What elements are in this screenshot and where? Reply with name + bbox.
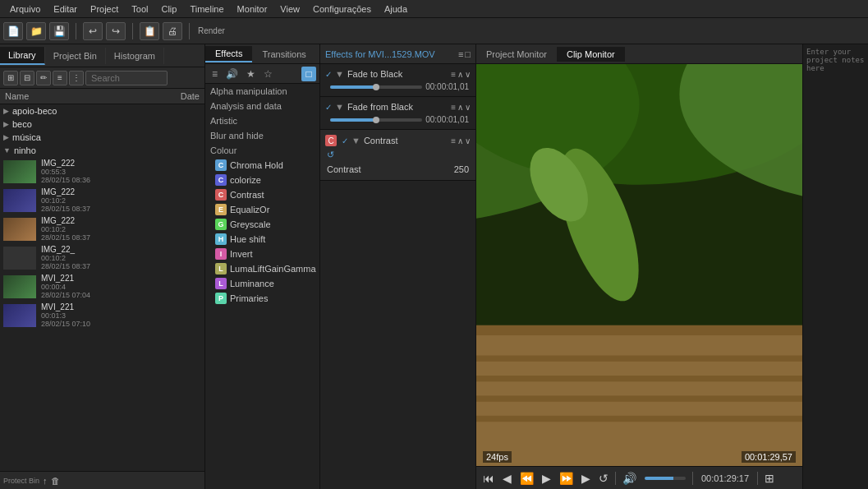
menu-clip[interactable]: Clip [154,2,183,16]
effect-equalizor[interactable]: E EqualizOr [205,202,319,217]
save-button[interactable]: 💾 [49,22,69,40]
svg-rect-11 [476,416,802,422]
list-item[interactable]: IMG_222 00:55:3 28/02/15 08:36 [0,157,204,186]
svg-rect-10 [476,395,802,401]
effect-settings-menu-btn[interactable]: ≡ [458,49,463,59]
chevron-up-icon: ∧ [457,103,463,112]
copy-button[interactable]: 📋 [140,22,159,40]
folder-ninho[interactable]: ▼ ninho [0,144,204,157]
list-item[interactable]: IMG_222 00:10:2 28/02/15 08:37 [0,215,204,243]
rewind-button[interactable]: ⏪ [517,470,537,487]
menu-timeline[interactable]: Timeline [183,2,230,16]
view-list-button[interactable]: ⊟ [20,71,34,85]
effect-colorize[interactable]: C colorize [205,173,319,187]
effect-invert[interactable]: I Invert [205,247,319,261]
effect-name: colorize [230,175,261,185]
settings-icon[interactable]: ≡ [451,103,456,112]
play-button[interactable]: ▶ [539,470,554,487]
category-analysis[interactable]: Analysis and data [205,99,319,113]
file-duration: 00:01:3 [41,311,90,320]
effect-contrast[interactable]: C Contrast [205,187,319,202]
folder-beco[interactable]: ▶ beco [0,118,204,131]
effect-chroma-hold[interactable]: C Chroma Hold [205,158,319,173]
menu-tool[interactable]: Tool [125,2,154,16]
eff-menu-btn[interactable]: ≡ [209,67,221,81]
folder-apoio-beco[interactable]: ▶ apoio-beco [0,104,204,118]
effect-name: Luminance [230,279,274,288]
fade-from-black-slider[interactable] [330,118,422,122]
search-input[interactable] [85,71,168,85]
contrast-reset-icon[interactable]: ↺ [327,150,334,159]
category-blur[interactable]: Blur and hide [205,128,319,143]
menu-monitor[interactable]: Monitor [231,2,274,16]
eff-audio-btn[interactable]: 🔊 [223,67,241,81]
redo-button[interactable]: ↪ [106,22,126,40]
eff-box-btn[interactable]: □ [301,67,316,81]
preview-image [476,64,802,466]
loop-button[interactable]: ↺ [595,470,612,487]
category-artistic[interactable]: Artistic [205,113,319,128]
new-button[interactable]: 📄 [3,22,23,40]
eff-star-btn[interactable]: ☆ [260,67,276,81]
fast-forward-button[interactable]: ⏩ [556,470,576,487]
effect-luminance[interactable]: L Luminance [205,276,319,291]
prev-frame-button[interactable]: ◀ [499,470,515,487]
list-item[interactable]: MVI_221 00:00:4 28/02/15 07:04 [0,272,204,301]
undo-button[interactable]: ↩ [83,22,103,40]
folder-musica[interactable]: ▶ música [0,131,204,144]
list-item[interactable]: IMG_22_ 00:10:2 28/02/15 08:37 [0,243,204,272]
tab-histogram[interactable]: Histogram [106,48,164,64]
eff-fav-btn[interactable]: ★ [243,67,259,81]
skip-back-button[interactable]: ⏮ [480,470,498,487]
settings-icon[interactable]: ≡ [451,136,456,145]
menu-button[interactable]: ≡ [53,71,67,85]
volume-slider[interactable] [645,477,686,480]
tab-library[interactable]: Library [0,47,45,65]
tab-effects[interactable]: Effects [205,46,252,62]
equalizor-icon: E [215,204,227,215]
enable-toggle[interactable]: ✓ [325,103,332,112]
effect-lumalift[interactable]: L LumaLiftGainGamma [205,261,319,276]
tab-project-monitor[interactable]: Project Monitor [476,47,557,62]
menu-editar[interactable]: Editar [47,2,84,16]
effect-greyscale[interactable]: G Greyscale [205,217,319,232]
next-frame-button[interactable]: ▶ [578,470,594,487]
category-colour[interactable]: Colour [205,143,319,158]
tab-clip-monitor[interactable]: Clip Monitor [557,47,625,62]
effect-settings-close-btn[interactable]: □ [465,49,471,59]
notes-textarea[interactable] [806,48,865,486]
edit-button[interactable]: ✏ [36,71,51,85]
list-item[interactable]: IMG_222 00:10:2 28/02/15 08:37 [0,186,204,215]
file-name: IMG_22_ [41,245,90,254]
toolbar: 📄 📁 💾 ↩ ↪ 📋 🖨 Render [0,18,868,44]
fade-to-black-slider[interactable] [330,85,422,89]
more-button[interactable]: ⋮ [69,71,84,85]
enable-toggle[interactable]: ✓ [342,136,348,145]
menu-arquivo[interactable]: Arquivo [3,2,47,16]
enable-toggle[interactable]: ✓ [325,70,332,79]
up-button[interactable]: ↑ [43,476,48,486]
view-grid-button[interactable]: ⊞ [3,71,18,85]
menu-configuracoes[interactable]: Configurações [306,2,378,16]
fullscreen-button[interactable]: ⊞ [761,470,778,487]
delete-button[interactable]: 🗑 [51,476,60,486]
contrast-letter-icon: C [325,135,337,146]
menu-ajuda[interactable]: Ajuda [378,2,414,16]
volume-button[interactable]: 🔊 [619,470,640,487]
open-button[interactable]: 📁 [26,22,46,40]
tab-project-bin[interactable]: Project Bin [45,48,106,64]
settings-icon[interactable]: ≡ [451,70,456,79]
contrast-reset-row: ↺ [320,148,475,162]
category-alpha[interactable]: Alpha manipulation [205,84,319,99]
effect-hue-shift[interactable]: H Hue shift [205,232,319,247]
contrast-icon: C [215,189,227,201]
slider-thumb [373,84,379,90]
effect-primaries[interactable]: P Primaries [205,291,319,306]
tab-transitions[interactable]: Transitions [252,47,315,62]
menu-view[interactable]: View [273,2,306,16]
list-item[interactable]: MVI_221 00:01:3 28/02/15 07:10 [0,301,204,330]
svg-rect-8 [476,356,802,362]
file-name: MVI_221 [41,274,90,283]
menu-project[interactable]: Project [84,2,125,16]
print-button[interactable]: 🖨 [163,22,182,40]
